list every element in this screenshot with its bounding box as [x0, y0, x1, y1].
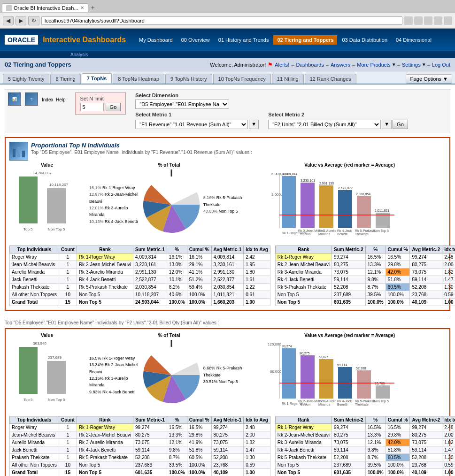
- report1-bar-title: Value: [9, 162, 85, 168]
- svg-rect-2: [22, 151, 25, 157]
- report2-bar-title: Value: [9, 333, 85, 338]
- svg-text:Benetti: Benetti: [337, 232, 347, 236]
- go-button-1[interactable]: Go: [106, 103, 121, 111]
- page-options-button[interactable]: Page Options ▼: [406, 74, 452, 84]
- svg-text:Thekkate: Thekkate: [355, 403, 369, 406]
- metric2-dropdown-icon[interactable]: ▼: [382, 120, 392, 129]
- dimension-select[interactable]: "D5 Employee"."E01 Employee Name": [135, 100, 229, 109]
- svg-text:Rk 5-Prakash: Rk 5-Prakash: [355, 229, 375, 232]
- table-row: Rk 3-Aurelio Miranda 73,075 12.1% 42.0% …: [275, 269, 455, 276]
- new-tab-button[interactable]: +: [88, 3, 98, 12]
- report1-pie-legend-left: 16.1% Rk 1-Roger Wray 12.97% Rk 2-Jean-M…: [89, 184, 139, 225]
- answers-link[interactable]: Answers: [331, 62, 350, 68]
- index-help-area: 📊 ? Index Help: [8, 92, 66, 106]
- report1-icon: [9, 142, 28, 161]
- table-row: Rk 4-Jack Benetti 59,114 9.8% 51.8% 59,1…: [275, 446, 455, 454]
- metric1-dropdown-icon[interactable]: ▼: [249, 120, 259, 129]
- nav-overview[interactable]: 00 Overview: [177, 35, 214, 45]
- th-sum-metric1: Sum Metric-1: [133, 246, 167, 253]
- svg-rect-7: [47, 188, 66, 223]
- tab-topns[interactable]: 7 TopNs: [82, 73, 112, 84]
- svg-text:Non Top 5: Non Top 5: [48, 227, 65, 231]
- nav-tiering[interactable]: 02 Tiering and Toppers: [273, 35, 337, 45]
- refresh-button[interactable]: ↻: [28, 16, 39, 25]
- tab-close-icon[interactable]: ✕: [80, 5, 84, 10]
- oracle-logo: ORACLE: [5, 35, 38, 45]
- tab-topns-heatmap[interactable]: 8 TopNs Heatmap: [113, 74, 164, 84]
- tab-topns-frequency[interactable]: 10 TopNs Frequency: [213, 74, 271, 84]
- th-rank2: Rank: [275, 246, 332, 253]
- metric1-select[interactable]: "F1 Revenue"."1-01 Revenue (Sum All)": [135, 120, 248, 129]
- dashboards-link[interactable]: Dashboards: [296, 62, 324, 68]
- svg-text:Rk 4-Jack: Rk 4-Jack: [337, 229, 352, 232]
- svg-text:Benetti: Benetti: [337, 403, 347, 406]
- tab-ntiling[interactable]: 11 Ntiling: [272, 74, 304, 84]
- oracle-header: ORACLE Interactive Dashboards My Dashboa…: [0, 29, 455, 51]
- svg-text:Top 5: Top 5: [23, 227, 33, 231]
- th-count: Count: [59, 246, 77, 253]
- th-cumul2b: Cumul %: [386, 416, 410, 424]
- th-avg2: Avg Metric-2: [410, 246, 442, 253]
- table-row: Aurelio Miranda 1 Rk 3-Aurelio Miranda 2…: [10, 269, 270, 276]
- tab-favicon: [6, 5, 12, 11]
- svg-text:Miranda: Miranda: [318, 403, 330, 406]
- logout-link[interactable]: Log Out: [432, 62, 450, 68]
- table-row: Rk 1-Roger Wray 99,274 16.5% 16.5% 99,27…: [275, 424, 455, 431]
- sub-nav: Analysis: [0, 51, 455, 58]
- table2b: Rank Sum Metric-2 % Cumul % Avg Metric-2…: [275, 416, 455, 476]
- back-button[interactable]: ◀: [3, 16, 14, 25]
- svg-text:59,114: 59,114: [337, 363, 347, 367]
- report1-vva-svg: 6,000,000 3,000,000 4,009,814 3,230,161 …: [254, 169, 432, 240]
- table-row-total: Grand Total 15 Non Top 5 24,903,044 100.…: [10, 299, 270, 306]
- alerts-link[interactable]: Alerts!: [275, 62, 289, 68]
- table-row: Roger Wray 1 Rk 1-Roger Wray 99,274 16.5…: [10, 424, 270, 431]
- help-icon[interactable]: ?: [25, 92, 38, 106]
- forward-button[interactable]: ▶: [15, 16, 26, 25]
- th-idx2b: Idx to Avg: [442, 416, 455, 424]
- browser-nav-bar: ◀ ▶ ↻: [0, 13, 455, 28]
- tab-eighty-twenty[interactable]: 5 Eighty Twenty: [3, 74, 49, 84]
- tab-rank-changes[interactable]: 12 Rank Changes: [305, 74, 356, 84]
- go-button-2[interactable]: Go: [393, 120, 408, 129]
- metric2-label: Select Metric 2: [268, 112, 408, 117]
- th-avg1b: Avg Metric-1: [211, 416, 244, 424]
- nav-dimensional[interactable]: 04 Dimensional: [392, 35, 435, 45]
- tab-title: Oracle BI Interactive Dash...: [14, 5, 78, 11]
- report2-bar-chart: Value 363,946 Top 5 237,689 Non Top 5: [9, 333, 85, 411]
- set-n-input[interactable]: [80, 103, 104, 111]
- table-row: All other Non Toppers 10 Non Top 5 10,11…: [10, 291, 270, 299]
- table-row: Jean-Michel Beauvis 1 Rk 2-Jean-Michel B…: [10, 431, 270, 439]
- settings-link[interactable]: Settings: [402, 62, 421, 68]
- set-n-area: Set N limit Go: [75, 92, 126, 115]
- nav-history[interactable]: 01 History and Trends: [215, 35, 273, 45]
- report1-section: Proportional Top N Individuals Top "D5 E…: [5, 137, 450, 311]
- browser-tab[interactable]: Oracle BI Interactive Dash... ✕: [2, 3, 88, 12]
- table1b: Rank Sum Metric-2 % Cumul % Avg Metric-2…: [275, 246, 455, 306]
- browser-chrome: Oracle BI Interactive Dash... ✕ + ◀ ▶ ↻: [0, 0, 455, 29]
- table-row: Rk 5-Prakash Thekkate 52,208 8.7% 60.5% …: [275, 284, 455, 291]
- report1-title: Proportional Top N Individuals: [31, 142, 252, 149]
- index-icon[interactable]: 📊: [8, 92, 21, 106]
- oracle-app-title: Interactive Dashboards: [43, 36, 126, 44]
- nav-distribution[interactable]: 03 Data Distribution: [338, 35, 391, 45]
- table-row: All other Non Toppers 10 Non Top 5 237,6…: [10, 461, 270, 469]
- address-bar[interactable]: [41, 16, 402, 25]
- nav-my-dashboard[interactable]: My Dashboard: [135, 35, 177, 45]
- th-rank2a: Rank: [77, 416, 133, 424]
- th-rank2b: Rank: [275, 416, 332, 424]
- more-products-link[interactable]: More Products: [357, 62, 391, 68]
- table2a: Top Individuals Count Rank Sum Metric-1 …: [9, 416, 270, 476]
- nav-icon-1: [404, 16, 413, 25]
- nav-icon-3: [424, 16, 432, 25]
- metric2-select[interactable]: "F2 Units"."2-01 Billed Qty (Sum All)": [268, 120, 381, 129]
- report2-pie-legend-right: 8.68% Rk 5-Prakash Thekkate 39.51% Non T…: [203, 365, 249, 385]
- svg-text:2,030,854: 2,030,854: [356, 192, 370, 196]
- svg-text:10,118,207: 10,118,207: [49, 183, 69, 187]
- browser-tab-bar: Oracle BI Interactive Dash... ✕ +: [0, 0, 455, 13]
- svg-rect-38: [19, 347, 38, 394]
- tab-topns-history[interactable]: 9 TopNs History: [165, 74, 212, 84]
- tab-tiering[interactable]: 6 Tiering: [50, 74, 80, 84]
- svg-text:73,075: 73,075: [318, 355, 329, 359]
- svg-text:Thekkate: Thekkate: [355, 232, 369, 236]
- table-row: Jack Benetti 1 Rk 4-Jack Benetti 59,114 …: [10, 446, 270, 454]
